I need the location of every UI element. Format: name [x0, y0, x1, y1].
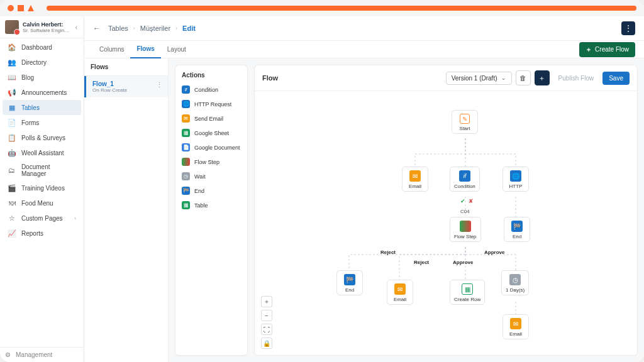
user-block[interactable]: Calvin Herbert: Sr. Software Engineer ‹	[0, 16, 84, 38]
back-button[interactable]: ←	[93, 24, 101, 33]
nav-tables[interactable]: ▦Tables	[3, 100, 81, 115]
nav-assistant[interactable]: 🤖Weoll Assistant	[3, 145, 81, 160]
triangle-icon	[28, 5, 34, 11]
action-email[interactable]: ✉Send Email	[175, 111, 247, 126]
nav-label: Reports	[21, 230, 43, 237]
wait-icon: ◷	[509, 274, 521, 285]
node-group-label: C04	[460, 209, 470, 214]
http-icon: 🌐	[182, 100, 190, 108]
add-version-button[interactable]: ＋	[535, 70, 550, 85]
plus-icon: ＋	[586, 45, 592, 54]
crumb-tables[interactable]: Tables	[108, 25, 128, 32]
sheet-icon: ▦	[182, 129, 190, 137]
node-email[interactable]: ✉ Email	[502, 314, 529, 339]
topbar: ← Tables › Müşteriler › Edit ⋮	[84, 16, 644, 41]
nav-announcements[interactable]: 📢Announcements	[3, 85, 81, 100]
food-icon: 🍽	[8, 199, 16, 207]
flow-item-menu[interactable]: ⋮	[156, 81, 163, 89]
end-icon: 🏁	[344, 274, 355, 285]
zoom-fit-button[interactable]: ⛶	[261, 324, 272, 335]
version-label: Version 1 (Draft)	[452, 75, 497, 82]
nav-label: Weoll Assistant	[21, 150, 64, 156]
node-email[interactable]: ✉ Email	[402, 167, 428, 192]
zoom-lock-button[interactable]: 🔒	[261, 337, 272, 349]
zoom-out-button[interactable]: −	[261, 310, 272, 321]
node-end[interactable]: 🏁 End	[336, 270, 363, 295]
flow-item[interactable]: Flow_1 On Row Create ⋮	[84, 76, 168, 97]
table-icon: ▦	[182, 201, 190, 209]
video-icon: 🎬	[8, 184, 16, 192]
node-email[interactable]: ✉ Email	[387, 280, 413, 305]
delete-version-button[interactable]: 🗑	[516, 70, 531, 85]
save-button[interactable]: Save	[602, 72, 630, 85]
node-start[interactable]: ✎ Start	[452, 110, 478, 134]
nav-label: Document Manager	[21, 163, 76, 177]
page-menu-button[interactable]: ⋮	[621, 21, 635, 35]
collapse-sidebar-button[interactable]: ‹	[74, 23, 79, 32]
edge-label-approve: Approve	[453, 260, 473, 265]
tab-layout[interactable]: Layout	[161, 41, 192, 58]
nav-reports[interactable]: 📈Reports	[3, 226, 81, 241]
create-flow-button[interactable]: ＋Create Flow	[579, 42, 635, 57]
circle-icon	[8, 5, 14, 11]
crumb-customers[interactable]: Müşteriler	[140, 25, 170, 32]
action-label: Google Sheet	[194, 130, 229, 136]
end-icon: 🏁	[511, 221, 523, 232]
node-label: Create Row	[454, 297, 480, 302]
tabbar: Columns Flows Layout ＋Create Flow	[84, 41, 644, 58]
node-label: Condition	[454, 184, 475, 189]
nav-dashboard[interactable]: 🏠Dashboard	[3, 40, 81, 55]
email-icon: ✉	[394, 283, 406, 295]
nav-training[interactable]: 🎬Training Videos	[3, 180, 81, 195]
nav-polls[interactable]: 📋Polls & Surveys	[3, 130, 81, 145]
chart-icon: 📈	[8, 229, 16, 238]
start-icon: ✎	[460, 114, 470, 124]
node-createrow[interactable]: ▦ Create Row	[450, 280, 485, 305]
tab-columns[interactable]: Columns	[93, 41, 130, 58]
tab-flows[interactable]: Flows	[130, 40, 160, 58]
flowstep-icon	[460, 221, 471, 232]
node-condition[interactable]: if Condition	[450, 167, 480, 192]
node-label: End	[513, 234, 521, 239]
edge-label-reject: Reject	[414, 260, 429, 265]
action-sheet[interactable]: ▦Google Sheet	[175, 126, 247, 140]
nav-forms[interactable]: 📄Forms	[3, 115, 81, 130]
action-end[interactable]: 🏁End	[175, 184, 247, 198]
canvas-panel: Flow Version 1 (Draft)⌄ 🗑 ＋ Publish Flow…	[254, 65, 638, 356]
condition-icon: if	[459, 170, 470, 182]
flows-panel-title: Flows	[84, 58, 168, 76]
action-http[interactable]: 🌐HTTP Request	[175, 97, 247, 111]
zoom-in-button[interactable]: ＋	[261, 296, 272, 307]
bot-icon: 🤖	[8, 148, 16, 157]
node-http[interactable]: 🌐 HTTP	[502, 167, 529, 192]
star-icon: ☆	[8, 214, 16, 222]
version-select[interactable]: Version 1 (Draft)⌄	[446, 72, 512, 85]
megaphone-icon: 📢	[8, 88, 16, 97]
flows-panel: Flows Flow_1 On Row Create ⋮	[84, 58, 169, 362]
nav-label: Forms	[21, 119, 39, 126]
canvas-title: Flow	[262, 74, 278, 82]
action-flowstep[interactable]: Flow Step	[175, 155, 247, 169]
url-bar[interactable]	[47, 6, 636, 11]
browser-chrome	[0, 0, 644, 16]
status-badge	[14, 29, 20, 35]
action-label: Condition	[194, 87, 218, 93]
action-wait[interactable]: ◷Wait	[175, 169, 247, 184]
node-wait[interactable]: ◷ 1 Day(s)	[501, 270, 529, 295]
form-icon: 📄	[8, 118, 16, 127]
edge-label-reject: Reject	[380, 250, 396, 255]
email-icon: ✉	[510, 318, 521, 329]
flow-canvas[interactable]: ✎ Start ✉ Email if Condition 🌐	[255, 91, 637, 355]
nav-directory[interactable]: 👥Directory	[3, 55, 81, 70]
node-flowstep[interactable]: Flow Step	[450, 217, 481, 242]
node-end[interactable]: 🏁 End	[504, 217, 530, 242]
nav-label: Blog	[21, 74, 34, 81]
action-doc[interactable]: 📄Google Document	[175, 140, 247, 155]
nav-management[interactable]: ⚙Management	[0, 347, 84, 362]
action-table[interactable]: ▦Table	[175, 198, 247, 212]
action-condition[interactable]: ifCondition	[175, 82, 247, 97]
nav-docmanager[interactable]: 🗂Document Manager	[3, 160, 81, 180]
nav-blog[interactable]: 📖Blog	[3, 70, 81, 85]
nav-custompages[interactable]: ☆Custom Pages›	[3, 211, 81, 226]
nav-foodmenu[interactable]: 🍽Food Menu	[3, 195, 81, 211]
